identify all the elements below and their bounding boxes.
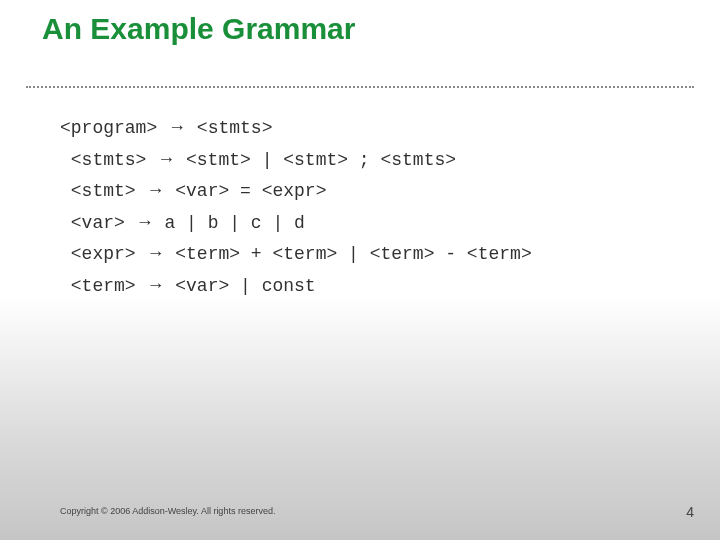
grammar-line: <expr> → <term> + <term> | <term> - <ter… <box>60 244 532 264</box>
grammar-line: <var> → a | b | c | d <box>60 213 305 233</box>
grammar-block: <program> → <stmts> <stmts> → <stmt> | <… <box>60 112 532 302</box>
slide: An Example Grammar <program> → <stmts> <… <box>0 0 720 540</box>
grammar-line: <term> → <var> | const <box>60 276 316 296</box>
grammar-line: <stmts> → <stmt> | <stmt> ; <stmts> <box>60 150 456 170</box>
grammar-line: <program> → <stmts> <box>60 118 272 138</box>
dotted-separator <box>26 86 694 88</box>
slide-title: An Example Grammar <box>42 12 355 46</box>
page-number: 4 <box>686 504 694 520</box>
grammar-line: <stmt> → <var> = <expr> <box>60 181 326 201</box>
copyright-text: Copyright © 2006 Addison-Wesley. All rig… <box>60 506 275 516</box>
